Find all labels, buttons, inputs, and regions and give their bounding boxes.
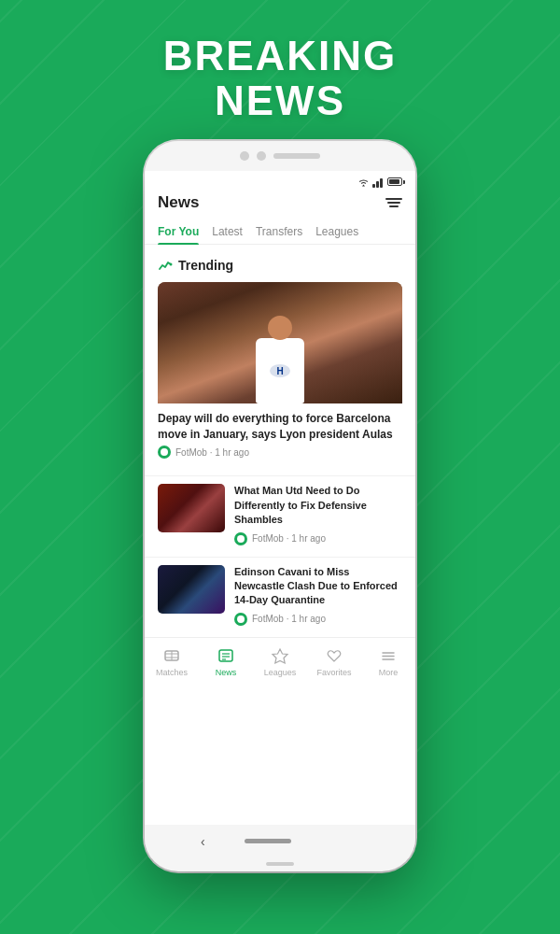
news-icon: [216, 645, 236, 666]
small-article-1-image: [158, 484, 225, 532]
app-screen: News For You Latest Transfers Leagues: [145, 171, 415, 825]
trending-icon: [158, 258, 173, 273]
app-title: News: [158, 193, 199, 212]
phone-mockup: News For You Latest Transfers Leagues: [0, 141, 560, 871]
leagues-icon: [270, 645, 290, 666]
phone-body: News For You Latest Transfers Leagues: [145, 171, 415, 825]
phone-camera: [240, 151, 249, 161]
small-article-1[interactable]: What Man Utd Need to Do Differently to F…: [145, 475, 415, 556]
svg-text:H: H: [276, 366, 283, 376]
small-article-2-meta: FotMob · 1 hr ago: [234, 613, 402, 630]
small-article-2-source: FotMob · 1 hr ago: [252, 614, 326, 624]
nav-tabs: For You Latest Transfers Leagues: [145, 219, 415, 245]
small-article-2-content: Edinson Cavani to Miss Newcastle Clash D…: [234, 565, 402, 630]
small-article-2-title: Edinson Cavani to Miss Newcastle Clash D…: [234, 565, 402, 608]
svg-point-0: [170, 262, 173, 265]
status-bar: [145, 171, 415, 190]
small-article-1-meta: FotMob · 1 hr ago: [234, 532, 402, 549]
tab-transfers[interactable]: Transfers: [256, 219, 312, 244]
small-article-2[interactable]: Edinson Cavani to Miss Newcastle Clash D…: [145, 557, 415, 637]
small-article-1-title: What Man Utd Need to Do Differently to F…: [234, 484, 402, 527]
phone-top-bar: [145, 141, 415, 171]
status-icons: [357, 177, 402, 188]
hero-article-source: FotMob · 1 hr ago: [175, 447, 249, 458]
nav-news-label: News: [216, 668, 237, 677]
home-indicator[interactable]: [245, 839, 291, 843]
hero-article[interactable]: H Depay will do everything to force Barc…: [158, 282, 402, 467]
nav-matches[interactable]: Matches: [145, 645, 199, 677]
wifi-icon: [357, 177, 370, 187]
nav-more[interactable]: More: [361, 645, 415, 677]
fotmob-logo-2: [234, 532, 247, 545]
small-article-1-source: FotMob · 1 hr ago: [252, 533, 326, 544]
app-header: News: [145, 190, 415, 219]
hero-article-title: Depay will do everything to force Barcel…: [158, 403, 402, 446]
small-article-2-image: [158, 565, 225, 614]
phone-bottom-bar: ‹: [145, 825, 415, 858]
trending-header: Trending: [145, 254, 415, 282]
bottom-nav: Matches News: [145, 637, 415, 681]
filter-button[interactable]: [385, 198, 402, 207]
favorites-icon: [324, 645, 344, 666]
phone-speaker: [273, 153, 320, 159]
nav-favorites-label: Favorites: [316, 668, 351, 677]
battery-icon: [387, 177, 402, 186]
phone-shell: News For You Latest Transfers Leagues: [145, 141, 415, 871]
tab-for-you[interactable]: For You: [158, 219, 208, 244]
nav-news[interactable]: News: [199, 645, 253, 677]
nav-leagues-label: Leagues: [264, 668, 297, 677]
nav-favorites[interactable]: Favorites: [307, 645, 361, 677]
tab-latest[interactable]: Latest: [212, 219, 252, 244]
fotmob-logo: [158, 446, 171, 459]
more-icon: [378, 645, 399, 666]
nav-matches-label: Matches: [156, 668, 188, 677]
breaking-news-title: BREAKING NEWS: [0, 34, 560, 124]
phone-camera-2: [257, 151, 266, 161]
matches-icon: [161, 645, 182, 666]
nav-more-label: More: [379, 668, 399, 677]
trending-label: Trending: [178, 258, 233, 273]
back-button[interactable]: ‹: [201, 834, 205, 849]
nav-leagues[interactable]: Leagues: [253, 645, 307, 677]
fotmob-logo-3: [234, 613, 247, 626]
hero-article-meta: FotMob · 1 hr ago: [158, 446, 402, 462]
signal-icon: [372, 177, 383, 188]
hero-image: H: [158, 282, 402, 403]
page-header: BREAKING NEWS: [0, 0, 560, 141]
small-article-1-content: What Man Utd Need to Do Differently to F…: [234, 484, 402, 548]
tab-leagues[interactable]: Leagues: [315, 219, 368, 244]
